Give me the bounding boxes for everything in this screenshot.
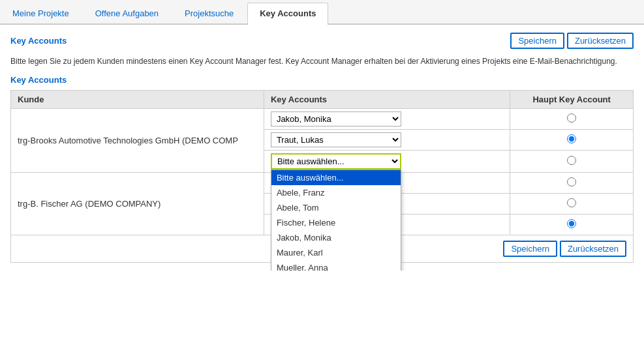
ka-select-1-1[interactable]: Jakob, Monika bbox=[271, 111, 401, 126]
haupt-cell-2-2 bbox=[510, 194, 634, 215]
key-accounts-table: Kunde Key Accounts Haupt Key Account trg… bbox=[10, 90, 634, 263]
dropdown-wrapper: Bitte auswählen... Bitte auswählen... Ab… bbox=[271, 153, 401, 170]
haupt-radio-2-1[interactable] bbox=[567, 177, 576, 186]
dropdown-list: Bitte auswählen... Abele, Franz Abele, T… bbox=[271, 170, 401, 271]
haupt-radio-1-1[interactable] bbox=[567, 113, 576, 123]
page-content: Key Accounts Speichern Zurücksetzen Bitt… bbox=[0, 25, 644, 271]
dropdown-item-3[interactable]: Fischer, Helene bbox=[271, 215, 401, 230]
page-header-row: Key Accounts Speichern Zurücksetzen bbox=[10, 33, 634, 49]
reset-button-top[interactable]: Zurücksetzen bbox=[567, 33, 634, 49]
haupt-cell-1-2 bbox=[510, 130, 634, 151]
table-header-row: Kunde Key Accounts Haupt Key Account bbox=[11, 91, 634, 109]
reset-button-bottom[interactable]: Zurücksetzen bbox=[560, 241, 626, 257]
save-button-top[interactable]: Speichern bbox=[510, 33, 564, 49]
tab-meine-projekte[interactable]: Meine Projekte bbox=[0, 3, 82, 23]
haupt-cell-1-1 bbox=[510, 109, 634, 130]
dropdown-item-2[interactable]: Abele, Tom bbox=[271, 200, 401, 215]
table-row-1: trg-Brooks Automotive Technologies GmbH … bbox=[11, 109, 634, 130]
haupt-radio-1-2[interactable] bbox=[567, 134, 576, 143]
header-buttons: Speichern Zurücksetzen bbox=[510, 33, 634, 49]
dropdown-item-4[interactable]: Jakob, Monika bbox=[271, 230, 401, 245]
haupt-radio-2-2[interactable] bbox=[567, 198, 576, 207]
haupt-radio-1-3[interactable] bbox=[567, 156, 576, 165]
tab-projektsuche[interactable]: Projektsuche bbox=[172, 3, 246, 23]
haupt-radio-2-3[interactable] bbox=[567, 219, 576, 228]
tabs-bar: Meine Projekte Offene Aufgaben Projektsu… bbox=[0, 0, 644, 25]
ka-cell-1-3: Bitte auswählen... Bitte auswählen... Ab… bbox=[264, 151, 510, 173]
save-button-bottom[interactable]: Speichern bbox=[503, 241, 557, 257]
col-kunde: Kunde bbox=[11, 91, 264, 109]
haupt-cell-2-3 bbox=[510, 215, 634, 235]
haupt-cell-2-1 bbox=[510, 173, 634, 194]
dropdown-item-5[interactable]: Maurer, Karl bbox=[271, 245, 401, 260]
ka-select-1-2[interactable]: Traut, Lukas bbox=[271, 132, 401, 147]
ka-cell-1-2: Traut, Lukas bbox=[264, 130, 510, 151]
dropdown-item-0[interactable]: Bitte auswählen... bbox=[271, 170, 401, 185]
kunde-cell-2: trg-B. Fischer AG (DEMO COMPANY) bbox=[11, 173, 264, 235]
kunde-cell-1: trg-Brooks Automotive Technologies GmbH … bbox=[11, 109, 264, 173]
dropdown-item-6[interactable]: Mueller, Anna bbox=[271, 260, 401, 271]
dropdown-item-1[interactable]: Abele, Franz bbox=[271, 185, 401, 200]
tab-key-accounts[interactable]: Key Accounts bbox=[247, 3, 328, 25]
ka-cell-1-1: Jakob, Monika bbox=[264, 109, 510, 130]
page-title: Key Accounts bbox=[10, 36, 67, 46]
section-title: Key Accounts bbox=[10, 75, 634, 85]
tab-offene-aufgaben[interactable]: Offene Aufgaben bbox=[83, 3, 171, 23]
ka-select-1-3[interactable]: Bitte auswählen... bbox=[271, 153, 401, 170]
haupt-cell-1-3 bbox=[510, 151, 634, 173]
page-description: Bitte legen Sie zu jedem Kunden mindeste… bbox=[10, 55, 634, 67]
col-haupt: Haupt Key Account bbox=[510, 91, 634, 109]
col-key-accounts: Key Accounts bbox=[264, 91, 510, 109]
